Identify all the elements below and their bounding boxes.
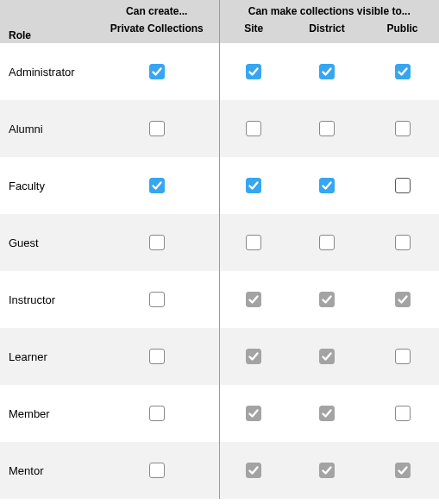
header-private-collections: Private Collections <box>95 19 219 43</box>
checkbox-district[interactable] <box>319 121 335 136</box>
checkbox-site[interactable] <box>246 292 261 307</box>
role-cell: Member <box>0 385 95 442</box>
checkbox-public-cell <box>366 214 439 271</box>
checkbox-district[interactable] <box>319 235 335 250</box>
checkbox-site[interactable] <box>246 64 261 79</box>
checkbox-site-cell <box>219 214 288 271</box>
checkbox-site-cell <box>219 100 288 157</box>
checkbox-district-cell <box>288 43 366 100</box>
checkbox-public-cell <box>366 271 439 328</box>
checkbox-site[interactable] <box>246 406 261 421</box>
checkbox-public[interactable] <box>395 121 411 136</box>
checkbox-private-cell <box>95 214 219 271</box>
checkbox-private-cell <box>95 157 219 214</box>
checkbox-site-cell <box>219 385 288 442</box>
role-cell: Mentor <box>0 442 95 499</box>
checkbox-private-cell <box>95 271 219 328</box>
checkbox-private-cell <box>95 328 219 385</box>
table-header: Role Can create... Can make collections … <box>0 0 439 43</box>
checkbox-site[interactable] <box>246 349 261 364</box>
checkbox-district[interactable] <box>319 349 335 364</box>
role-cell: Administrator <box>0 43 95 100</box>
checkbox-district[interactable] <box>319 406 335 421</box>
table-row: Faculty <box>0 157 439 214</box>
checkbox-site[interactable] <box>246 235 261 250</box>
role-cell: Instructor <box>0 271 95 328</box>
table-row: Mentor <box>0 442 439 499</box>
checkbox-public[interactable] <box>395 406 411 421</box>
checkbox-site-cell <box>219 271 288 328</box>
table-row: Guest <box>0 214 439 271</box>
checkbox-private[interactable] <box>149 64 165 79</box>
table-row: Learner <box>0 328 439 385</box>
checkbox-public[interactable] <box>395 64 411 79</box>
checkbox-public-cell <box>366 100 439 157</box>
checkbox-district-cell <box>288 100 366 157</box>
checkbox-site[interactable] <box>246 121 261 136</box>
checkbox-private[interactable] <box>149 292 165 307</box>
table-row: Instructor <box>0 271 439 328</box>
checkbox-public[interactable] <box>395 235 411 250</box>
checkbox-public-cell <box>366 442 439 499</box>
checkbox-district[interactable] <box>319 178 335 193</box>
checkbox-district-cell <box>288 385 366 442</box>
checkbox-district-cell <box>288 328 366 385</box>
checkbox-site[interactable] <box>246 178 261 193</box>
checkbox-district[interactable] <box>319 463 335 478</box>
checkbox-district-cell <box>288 157 366 214</box>
checkbox-public-cell <box>366 385 439 442</box>
checkbox-private[interactable] <box>149 349 165 364</box>
header-district: District <box>288 19 366 43</box>
role-cell: Faculty <box>0 157 95 214</box>
checkbox-public[interactable] <box>395 349 411 364</box>
checkbox-public[interactable] <box>395 178 411 193</box>
role-cell: Alumni <box>0 100 95 157</box>
role-cell: Learner <box>0 328 95 385</box>
checkbox-site-cell <box>219 442 288 499</box>
table-row: Administrator <box>0 43 439 100</box>
checkbox-district-cell <box>288 442 366 499</box>
checkbox-private[interactable] <box>149 463 165 478</box>
checkbox-public[interactable] <box>395 292 411 307</box>
checkbox-public-cell <box>366 43 439 100</box>
checkbox-site[interactable] <box>246 463 261 478</box>
checkbox-site-cell <box>219 43 288 100</box>
checkbox-district-cell <box>288 214 366 271</box>
table-body: AdministratorAlumniFacultyGuestInstructo… <box>0 43 439 499</box>
header-role: Role <box>0 0 95 43</box>
permissions-table: Role Can create... Can make collections … <box>0 0 439 499</box>
checkbox-site-cell <box>219 328 288 385</box>
header-public: Public <box>366 19 439 43</box>
checkbox-site-cell <box>219 157 288 214</box>
checkbox-private[interactable] <box>149 235 165 250</box>
header-site: Site <box>219 19 288 43</box>
checkbox-private[interactable] <box>149 178 165 193</box>
checkbox-private-cell <box>95 442 219 499</box>
checkbox-private-cell <box>95 100 219 157</box>
role-cell: Guest <box>0 214 95 271</box>
checkbox-public-cell <box>366 157 439 214</box>
checkbox-public-cell <box>366 328 439 385</box>
table-row: Member <box>0 385 439 442</box>
checkbox-district-cell <box>288 271 366 328</box>
checkbox-private-cell <box>95 385 219 442</box>
checkbox-private[interactable] <box>149 406 165 421</box>
checkbox-private[interactable] <box>149 121 165 136</box>
table-row: Alumni <box>0 100 439 157</box>
checkbox-district[interactable] <box>319 64 335 79</box>
header-group-create: Can create... <box>95 0 219 19</box>
header-group-visible: Can make collections visible to... <box>219 0 439 19</box>
checkbox-public[interactable] <box>395 463 411 478</box>
checkbox-district[interactable] <box>319 292 335 307</box>
checkbox-private-cell <box>95 43 219 100</box>
